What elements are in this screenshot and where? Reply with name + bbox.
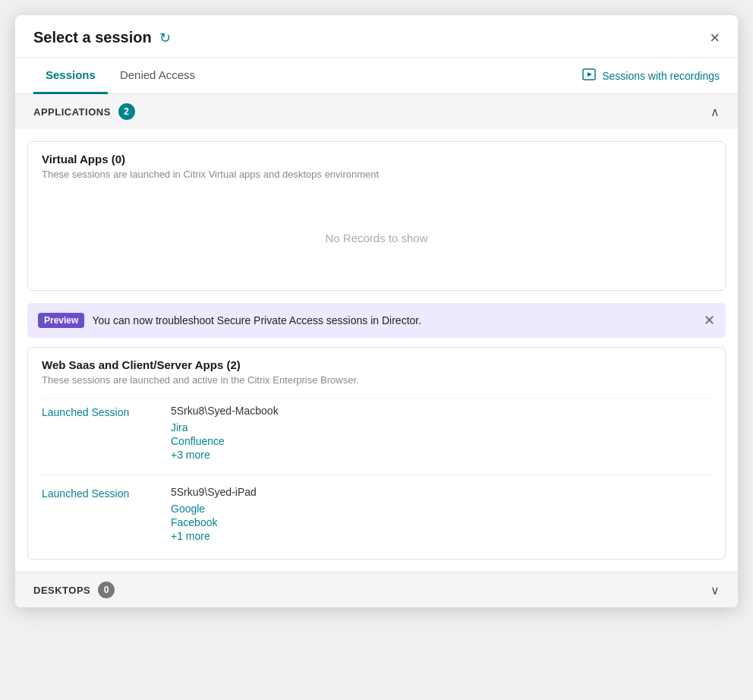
session-machine-1: 5Srku8\Syed-Macbook xyxy=(171,405,279,417)
desktops-section-header: DESKTOPS 0 ∨ xyxy=(15,572,738,607)
web-saas-title: Web Saas and Client/Server Apps (2) xyxy=(42,358,711,371)
web-saas-card: Web Saas and Client/Server Apps (2) Thes… xyxy=(27,347,726,560)
no-records-text: No Records to show xyxy=(28,186,725,290)
session-row-2: Launched Session 5Srku9\Syed-iPad Google… xyxy=(42,475,711,548)
select-session-dialog: Select a session ↻ × Sessions Denied Acc… xyxy=(15,15,738,607)
session-machine-2: 5Srku9\Syed-iPad xyxy=(171,486,257,498)
preview-badge: Preview xyxy=(38,313,84,328)
session-app-2-0[interactable]: Google xyxy=(171,503,257,515)
desktops-badge: 0 xyxy=(98,582,115,598)
tab-sessions[interactable]: Sessions xyxy=(33,58,108,94)
refresh-icon[interactable]: ↻ xyxy=(159,30,171,46)
applications-section-header: APPLICATIONS 2 ∧ xyxy=(15,94,738,129)
session-label-1[interactable]: Launched Session xyxy=(42,405,140,418)
dialog-title: Select a session xyxy=(33,29,152,46)
preview-close-button[interactable]: ✕ xyxy=(704,312,715,329)
session-details-2: 5Srku9\Syed-iPad Google Facebook +1 more xyxy=(171,486,257,542)
tab-denied-access[interactable]: Denied Access xyxy=(108,58,207,94)
session-row: Launched Session 5Srku8\Syed-Macbook Jir… xyxy=(42,398,711,467)
session-more-1[interactable]: +3 more xyxy=(171,449,279,461)
tabs-left: Sessions Denied Access xyxy=(33,58,207,93)
session-app-2-1[interactable]: Facebook xyxy=(171,516,257,528)
desktops-title-area: DESKTOPS 0 xyxy=(33,582,115,598)
web-saas-subtitle: These sessions are launched and active i… xyxy=(42,374,711,386)
applications-title-area: APPLICATIONS 2 xyxy=(33,103,135,120)
applications-section-content: Virtual Apps (0) These sessions are laun… xyxy=(15,141,738,560)
preview-text: You can now troubleshoot Secure Private … xyxy=(92,314,421,326)
session-app-1-1[interactable]: Confluence xyxy=(171,435,279,447)
dialog-header: Select a session ↻ × xyxy=(15,15,738,58)
preview-banner: Preview You can now troubleshoot Secure … xyxy=(27,303,726,338)
desktops-section: DESKTOPS 0 ∨ xyxy=(15,572,738,607)
title-area: Select a session ↻ xyxy=(33,29,171,46)
virtual-apps-card-header: Virtual Apps (0) These sessions are laun… xyxy=(28,142,725,186)
session-app-1-0[interactable]: Jira xyxy=(171,421,279,434)
close-button[interactable]: × xyxy=(710,30,720,46)
virtual-apps-subtitle: These sessions are launched in Citrix Vi… xyxy=(42,169,711,180)
svg-marker-1 xyxy=(588,72,592,77)
session-details-1: 5Srku8\Syed-Macbook Jira Confluence +3 m… xyxy=(171,405,279,461)
desktops-title: DESKTOPS xyxy=(33,585,90,596)
applications-title: APPLICATIONS xyxy=(33,106,111,118)
tabs-row: Sessions Denied Access Sessions with rec… xyxy=(15,58,738,94)
virtual-apps-title: Virtual Apps (0) xyxy=(42,153,711,166)
sessions-with-recordings-link[interactable]: Sessions with recordings xyxy=(582,68,720,84)
recordings-label: Sessions with recordings xyxy=(602,70,720,82)
recording-icon xyxy=(582,68,596,84)
applications-chevron[interactable]: ∧ xyxy=(710,105,720,119)
session-label-2[interactable]: Launched Session xyxy=(42,486,140,500)
applications-badge: 2 xyxy=(118,103,135,120)
preview-banner-left: Preview You can now troubleshoot Secure … xyxy=(38,313,421,328)
desktops-chevron[interactable]: ∨ xyxy=(710,583,720,598)
session-more-2[interactable]: +1 more xyxy=(171,530,257,542)
virtual-apps-card: Virtual Apps (0) These sessions are laun… xyxy=(27,141,726,291)
